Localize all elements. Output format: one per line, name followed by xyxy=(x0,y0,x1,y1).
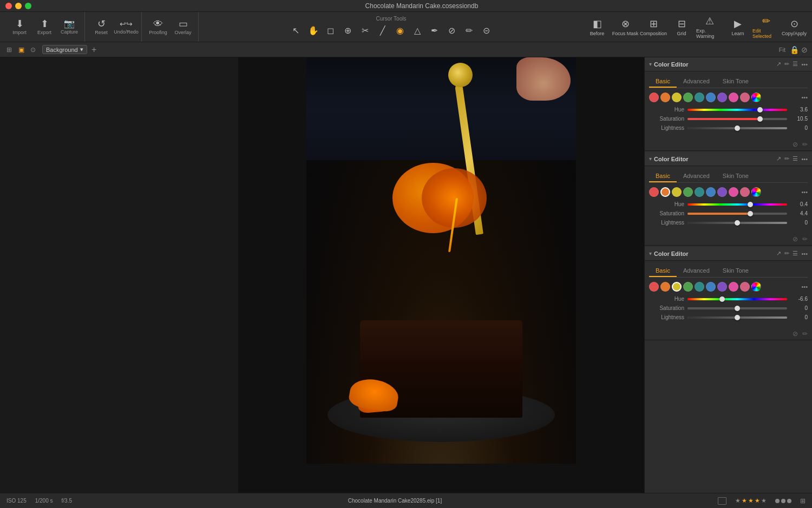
lightness-slider-track-2[interactable] xyxy=(687,222,787,224)
color-editor-1-header[interactable]: ▾ Color Editor ↗ ✏ ☰ ••• xyxy=(645,57,812,71)
swatch-menu-1[interactable]: ••• xyxy=(801,94,808,101)
swatch-blue-1[interactable] xyxy=(706,93,716,102)
swatch-blue-3[interactable] xyxy=(706,282,716,292)
swatch-red-3[interactable] xyxy=(649,282,659,292)
dot-1[interactable] xyxy=(775,499,780,503)
swatch-red-2[interactable] xyxy=(649,187,659,197)
reset-button[interactable]: ↺ Reset xyxy=(89,15,113,39)
cursor-tool-8[interactable]: △ xyxy=(410,23,425,38)
swatch-violet-1[interactable] xyxy=(717,93,727,102)
minimize-button[interactable] xyxy=(15,3,22,9)
zoom-lock-icon[interactable]: 🔒 xyxy=(790,45,799,54)
swatch-orange-2[interactable] xyxy=(660,187,670,197)
swatch-all-1[interactable] xyxy=(751,93,761,102)
panel-1-footer-icon-2[interactable]: ✏ xyxy=(802,141,808,148)
swatch-mauve-2[interactable] xyxy=(740,187,750,197)
swatch-red-1[interactable] xyxy=(649,93,659,102)
capture-button[interactable]: 📷 Capture xyxy=(57,15,81,39)
tab-basic-2[interactable]: Basic xyxy=(649,170,677,182)
swatch-menu-3[interactable]: ••• xyxy=(801,283,808,290)
cursor-tool-3[interactable]: ◻ xyxy=(323,23,338,38)
swatch-teal-1[interactable] xyxy=(695,93,704,102)
saturation-slider-track-1[interactable] xyxy=(687,118,787,120)
learn-button[interactable]: ▶ Learn xyxy=(724,14,751,40)
swatch-green-2[interactable] xyxy=(683,187,693,197)
swatch-mauve-3[interactable] xyxy=(740,282,750,292)
cursor-tool-6[interactable]: ╱ xyxy=(375,23,390,38)
focus-mask-button[interactable]: ⊗ Focus Mask xyxy=(612,14,639,40)
cursor-tool-5[interactable]: ✂ xyxy=(358,23,373,38)
cursor-tool-11[interactable]: ✏ xyxy=(462,23,477,38)
overlay-button[interactable]: ▭ Overlay xyxy=(171,15,195,39)
color-editor-3-header[interactable]: ▾ Color Editor ↗ ✏ ☰ ••• xyxy=(645,247,812,261)
panel-1-edit-icon[interactable]: ✏ xyxy=(784,61,789,68)
canvas-area[interactable] xyxy=(238,57,644,493)
zoom-slider-icon[interactable]: ⊘ xyxy=(801,45,808,54)
swatch-blue-2[interactable] xyxy=(706,187,716,197)
panel-3-more-icon[interactable]: ••• xyxy=(801,250,808,257)
tab-skintone-3[interactable]: Skin Tone xyxy=(716,265,755,277)
dot-3[interactable] xyxy=(787,499,791,503)
cursor-tool-1[interactable]: ↖ xyxy=(289,23,304,38)
swatch-orange-1[interactable] xyxy=(660,93,670,102)
panel-2-link-icon[interactable]: ↗ xyxy=(776,155,781,162)
hue-slider-track-2[interactable] xyxy=(687,203,787,206)
panel-2-footer-icon-2[interactable]: ✏ xyxy=(802,235,808,243)
single-view-icon[interactable]: ▣ xyxy=(16,45,26,55)
cursor-tool-7[interactable]: ◉ xyxy=(392,23,408,38)
swatch-pink-1[interactable] xyxy=(729,93,738,102)
panel-3-link-icon[interactable]: ↗ xyxy=(776,250,781,257)
panel-1-list-icon[interactable]: ☰ xyxy=(793,61,798,68)
panel-3-footer-icon-2[interactable]: ✏ xyxy=(802,330,808,338)
grid-view-icon[interactable]: ⊞ xyxy=(4,45,14,55)
tab-basic-1[interactable]: Basic xyxy=(649,76,677,88)
view-mode-icon[interactable]: ⊞ xyxy=(800,497,806,505)
saturation-thumb-1[interactable] xyxy=(757,116,763,122)
export-button[interactable]: ⬆ Export xyxy=(32,15,56,39)
lightness-thumb-3[interactable] xyxy=(735,315,740,320)
swatch-all-3[interactable] xyxy=(751,282,761,292)
swatch-violet-3[interactable] xyxy=(717,282,727,292)
tab-advanced-3[interactable]: Advanced xyxy=(677,265,716,277)
tab-advanced-1[interactable]: Advanced xyxy=(677,76,716,88)
swatch-mauve-1[interactable] xyxy=(740,93,750,102)
edit-selected-button[interactable]: ✏ Edit Selected xyxy=(752,14,780,40)
saturation-slider-track-3[interactable] xyxy=(687,307,787,309)
swatch-violet-2[interactable] xyxy=(717,187,727,197)
maximize-button[interactable] xyxy=(25,3,31,9)
lightness-thumb-1[interactable] xyxy=(735,126,740,131)
tab-skintone-1[interactable]: Skin Tone xyxy=(716,76,755,88)
panel-2-footer-icon-1[interactable]: ⊘ xyxy=(793,235,798,243)
star-5[interactable]: ★ xyxy=(761,497,767,504)
proofing-button[interactable]: 👁 Proofing xyxy=(146,15,170,39)
panel-1-more-icon[interactable]: ••• xyxy=(801,61,808,68)
loupe-view-icon[interactable]: ⊙ xyxy=(28,45,38,55)
panel-1-footer-icon-1[interactable]: ⊘ xyxy=(793,141,798,148)
star-1[interactable]: ★ xyxy=(735,497,741,504)
saturation-thumb-2[interactable] xyxy=(748,211,753,216)
swatch-yellow-2[interactable] xyxy=(672,187,682,197)
before-button[interactable]: ◧ Before xyxy=(584,14,611,40)
hue-slider-track-1[interactable] xyxy=(687,109,787,111)
undo-redo-button[interactable]: ↩↪ Undo/Redo xyxy=(114,15,138,39)
dot-2[interactable] xyxy=(781,499,785,503)
panel-3-footer-icon-1[interactable]: ⊘ xyxy=(793,330,798,338)
hue-thumb-3[interactable] xyxy=(719,296,725,302)
swatch-yellow-1[interactable] xyxy=(672,93,682,102)
star-4[interactable]: ★ xyxy=(755,497,760,504)
swatch-menu-2[interactable]: ••• xyxy=(801,189,808,195)
tab-skintone-2[interactable]: Skin Tone xyxy=(716,170,755,182)
hue-slider-track-3[interactable] xyxy=(687,298,787,300)
swatch-teal-2[interactable] xyxy=(695,187,704,197)
composition-button[interactable]: ⊞ Composition xyxy=(640,14,667,40)
add-layer-button[interactable]: + xyxy=(89,45,99,55)
panel-1-link-icon[interactable]: ↗ xyxy=(776,61,781,68)
color-editor-2-header[interactable]: ▾ Color Editor ↗ ✏ ☰ ••• xyxy=(645,152,812,166)
grid-button[interactable]: ⊟ Grid xyxy=(668,14,695,40)
lightness-slider-track-1[interactable] xyxy=(687,127,787,129)
swatch-pink-3[interactable] xyxy=(729,282,738,292)
layer-dropdown[interactable]: Background ▾ xyxy=(42,45,87,54)
swatch-all-2[interactable] xyxy=(751,187,761,197)
swatch-pink-2[interactable] xyxy=(729,187,738,197)
swatch-green-3[interactable] xyxy=(683,282,693,292)
